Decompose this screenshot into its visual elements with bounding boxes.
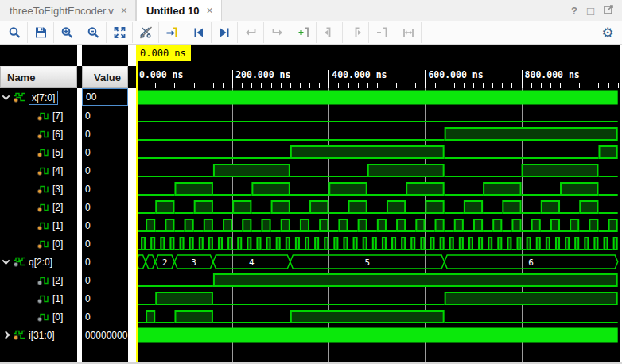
zoom-fit-icon[interactable] (107, 22, 133, 43)
svg-text:200.000 ns: 200.000 ns (235, 69, 290, 80)
maximize-icon[interactable]: □ (587, 4, 594, 17)
signal-name-cell[interactable]: x[7:0] (0, 88, 77, 106)
wave-plot-area[interactable]: 0.000 ns 0.000 ns200.000 ns400.000 ns600… (136, 45, 622, 364)
bit-signal-icon (37, 147, 49, 157)
signal-row-1[interactable]: [1] 0 (0, 216, 136, 234)
signal-row-x70[interactable]: x[7:0] 00 (0, 88, 136, 106)
signal-name-cell[interactable]: q[2:0] (0, 253, 77, 271)
signal-name-cell[interactable]: [1] (0, 216, 77, 234)
cursor-time-badge: 0.000 ns (137, 45, 191, 61)
next-edge-icon (343, 22, 369, 43)
panel-headers: Name Value (0, 66, 136, 88)
time-cursor[interactable] (136, 45, 138, 362)
save-icon[interactable] (28, 22, 54, 43)
signal-value-cell: 0 (82, 161, 128, 180)
signal-name-label: i[31:0] (29, 330, 55, 341)
signal-rows: x[7:0] 00 [7] 0 [6] 0 [5] 0 (0, 88, 136, 344)
waveforms: 23456 (136, 88, 622, 364)
float-window-icon[interactable] (604, 4, 614, 17)
bit-signal-icon (37, 293, 49, 304)
goto-time-icon[interactable] (159, 22, 185, 43)
signal-row-q20[interactable]: q[2:0] 0 (0, 253, 136, 271)
bit-signal-icon (37, 202, 49, 212)
zoom-in-icon[interactable] (54, 22, 80, 43)
settings-gear-icon[interactable]: ⚙ (593, 22, 622, 43)
svg-text:800.000 ns: 800.000 ns (525, 69, 580, 80)
svg-text:3: 3 (191, 258, 196, 268)
signal-row-1[interactable]: [1] 0 (0, 289, 136, 308)
no-chevron (27, 131, 33, 137)
panel-splitter[interactable] (128, 45, 136, 364)
return-left-icon (238, 22, 264, 43)
signal-name-cell[interactable]: [0] (0, 234, 77, 253)
signal-row-7[interactable]: [7] 0 (0, 106, 136, 125)
search-icon[interactable] (2, 22, 28, 43)
signal-row-4[interactable]: [4] 0 (0, 161, 136, 180)
signal-row-0[interactable]: [0] 0 (0, 234, 136, 253)
signal-row-6[interactable]: [6] 0 (0, 125, 136, 143)
signal-name-label: [4] (52, 165, 63, 176)
signal-value-cell: 0 (82, 198, 128, 216)
chevron-right-icon[interactable] (2, 331, 10, 339)
signal-row-0[interactable]: [0] 0 (0, 308, 136, 326)
svg-text:4: 4 (249, 258, 255, 268)
signal-value-cell: 0 (82, 216, 128, 234)
value-column-header[interactable]: Value (82, 66, 128, 88)
bit-signal-icon (37, 275, 49, 285)
prev-transition-icon[interactable] (185, 22, 212, 43)
svg-text:6: 6 (528, 258, 534, 268)
signal-row-5[interactable]: [5] 0 (0, 143, 136, 161)
signal-value-cell: 0 (82, 143, 128, 161)
signal-name-cell[interactable]: [0] (0, 308, 77, 326)
tab-untitled-10[interactable]: Untitled 10 × (136, 0, 222, 21)
svg-text:5: 5 (364, 258, 370, 268)
no-chevron (27, 113, 33, 118)
zoom-out-icon[interactable] (80, 22, 107, 43)
chevron-down-icon[interactable] (2, 92, 10, 100)
signal-row-3[interactable]: [3] 0 (0, 180, 136, 198)
bus-signal-icon (13, 257, 25, 267)
bit-signal-icon (37, 238, 49, 249)
bit-signal-icon (37, 184, 49, 194)
return-right-icon (264, 22, 290, 43)
signal-name-cell[interactable]: [2] (0, 198, 77, 216)
signal-name-cell[interactable]: [3] (0, 180, 77, 198)
signal-value-cell: 0 (82, 180, 128, 198)
signal-name-cell[interactable]: [6] (0, 125, 77, 143)
signal-row-2[interactable]: [2] 0 (0, 271, 136, 289)
no-chevron (27, 204, 33, 210)
tab-label: threeToEightEncoder.v (10, 5, 114, 17)
signal-name-cell[interactable]: [2] (0, 271, 77, 289)
close-icon[interactable]: × (121, 4, 127, 17)
no-chevron (27, 168, 33, 173)
name-column-header[interactable]: Name (0, 66, 77, 88)
tab-source-file[interactable]: threeToEightEncoder.v × (0, 0, 136, 21)
signal-name-label: [2] (52, 275, 63, 286)
signal-name-cell[interactable]: [4] (0, 161, 77, 180)
no-chevron (27, 277, 33, 283)
signal-row-i310[interactable]: i[31:0] 00000000 (0, 326, 136, 344)
no-chevron (27, 186, 33, 192)
cut-icon[interactable] (133, 22, 159, 43)
next-transition-icon[interactable] (212, 22, 238, 43)
signal-name-cell[interactable]: [7] (0, 106, 77, 125)
no-chevron (27, 314, 33, 319)
signal-row-2[interactable]: [2] 0 (0, 198, 136, 216)
signal-name-cell[interactable]: [1] (0, 289, 77, 308)
wave-toolbar: ⚙ (0, 21, 622, 45)
help-icon[interactable]: ? (571, 5, 577, 17)
signal-name-label: [5] (52, 147, 63, 158)
signal-name-cell[interactable]: i[31:0] (0, 326, 77, 344)
no-chevron (27, 149, 33, 155)
signal-name-label: q[2:0] (29, 257, 52, 268)
signal-value-cell: 0 (82, 289, 128, 308)
signal-name-cell[interactable]: [5] (0, 143, 77, 161)
close-icon[interactable]: × (206, 4, 212, 17)
chevron-down-icon[interactable] (2, 257, 10, 265)
prev-edge-icon (317, 22, 343, 43)
signal-value-cell: 0 (82, 106, 128, 125)
span-markers-icon (395, 22, 422, 43)
time-ruler[interactable]: 0.000 ns200.000 ns400.000 ns600.000 ns80… (136, 66, 622, 88)
add-marker-icon[interactable] (290, 22, 317, 43)
svg-text:600.000 ns: 600.000 ns (428, 69, 483, 80)
